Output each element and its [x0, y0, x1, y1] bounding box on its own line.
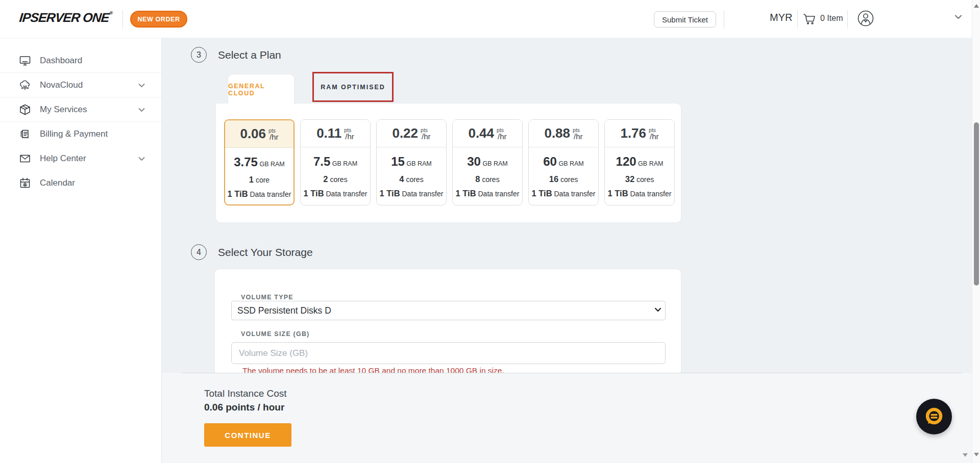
- invoice-icon: [19, 128, 31, 140]
- step-number-badge: 3: [191, 47, 207, 63]
- price-value: 0.06: [240, 126, 266, 142]
- plan-price: 1.76 pts/hr: [605, 120, 674, 147]
- price-unit: pts/hr: [268, 128, 279, 141]
- page: IPSERVER ONE® NEW ORDER Submit Ticket MY…: [0, 0, 980, 463]
- total-cost-value: 0.06 points / hour: [204, 402, 284, 413]
- scroll-up-arrow-icon[interactable]: [974, 4, 979, 8]
- scroll-down-arrow-icon[interactable]: [974, 453, 979, 456]
- plan-price: 0.44 pts/hr: [453, 120, 522, 147]
- step-4-heading: 4 Select Your Storage: [191, 244, 313, 260]
- live-chat-button[interactable]: [916, 399, 952, 434]
- scroll-down-arrow-icon[interactable]: [963, 453, 968, 457]
- price-unit: pts/hr: [649, 127, 659, 141]
- plan-specs: 15 GB RAM 4 cores 1 TiB Data transfer: [377, 147, 446, 201]
- vertical-scrollbar[interactable]: [972, 0, 980, 463]
- plan-specs: 30 GB RAM 8 cores 1 TiB Data transfer: [453, 147, 522, 201]
- chat-bubble-icon: [923, 405, 945, 428]
- price-value: 0.22: [392, 125, 418, 141]
- price-unit: pts/hr: [344, 127, 354, 141]
- currency-selector[interactable]: MYR: [770, 12, 792, 23]
- price-value: 1.76: [620, 125, 646, 141]
- volume-size-label: VOLUME SIZE (GB): [241, 330, 309, 338]
- volume-type-label: VOLUME TYPE: [241, 294, 293, 301]
- cost-footer: Total Instance Cost 0.06 points / hour C…: [162, 373, 980, 463]
- ipserverone-logo[interactable]: IPSERVER ONE®: [18, 10, 112, 25]
- sidebar-item-label: NovaCloud: [40, 80, 83, 90]
- plan-price: 0.88 pts/hr: [529, 120, 598, 147]
- mail-icon: [19, 152, 31, 165]
- plan-card-0.44[interactable]: 0.44 pts/hr 30 GB RAM 8 cores 1 TiB Data…: [452, 119, 523, 205]
- plan-specs: 60 GB RAM 16 cores 1 TiB Data transfer: [529, 147, 598, 201]
- logo-text: IPSERVER ONE: [19, 10, 110, 24]
- total-cost-label: Total Instance Cost: [204, 388, 287, 399]
- chevron-down-icon[interactable]: [954, 14, 962, 19]
- sidebar-item-label: Dashboard: [40, 56, 82, 66]
- page-title: Select a Plan: [218, 49, 281, 61]
- sidebar-item-label: Help Center: [40, 153, 86, 164]
- price-unit: pts/hr: [573, 127, 583, 141]
- scrollbar-thumb[interactable]: [974, 122, 979, 286]
- main-content: 3 Select a Plan GENERAL CLOUD RAM OPTIMI…: [162, 38, 972, 373]
- volume-size-input[interactable]: [231, 342, 666, 364]
- divider: [724, 10, 724, 29]
- sidebar-item-dashboard[interactable]: Dashboard: [0, 48, 161, 73]
- plan-specs: 120 GB RAM 32 cores 1 TiB Data transfer: [605, 147, 674, 201]
- cloud-icon: [19, 79, 31, 91]
- avatar-icon: [856, 9, 875, 28]
- sidebar-item-label: Billing & Payment: [40, 129, 108, 139]
- sidebar-nav: Dashboard NovaCloud My Services Bi: [0, 38, 162, 463]
- plan-price: 0.11 pts/hr: [301, 120, 370, 147]
- chevron-down-icon: [138, 108, 145, 112]
- divider: [122, 10, 123, 29]
- storage-card: VOLUME TYPE SSD Persistent Disks D VOLUM…: [214, 269, 681, 373]
- continue-button[interactable]: CONTINUE: [204, 423, 291, 447]
- sidebar-item-calendar[interactable]: Calendar: [0, 171, 161, 195]
- sidebar-item-label: My Services: [40, 105, 87, 115]
- chevron-down-icon: [138, 157, 145, 161]
- plan-card-0.11[interactable]: 0.11 pts/hr 7.5 GB RAM 2 cores 1 TiB Dat…: [300, 119, 371, 205]
- cart-icon: [802, 11, 817, 25]
- price-unit: pts/hr: [497, 127, 507, 141]
- plan-card-0.88[interactable]: 0.88 pts/hr 60 GB RAM 16 cores 1 TiB Dat…: [528, 119, 599, 205]
- plans-panel: 0.06 pts/hr 3.75 GB RAM 1 core 1 TiB Dat…: [215, 103, 681, 223]
- account-menu-button[interactable]: [856, 9, 875, 28]
- plan-price: 0.06 pts/hr: [225, 120, 293, 148]
- step-number-badge: 4: [191, 244, 207, 260]
- divider: [797, 10, 798, 29]
- plan-price: 0.22 pts/hr: [377, 120, 446, 147]
- price-value: 0.44: [468, 125, 494, 141]
- price-value: 0.11: [316, 125, 341, 141]
- sidebar-item-help-center[interactable]: Help Center: [0, 146, 161, 171]
- submit-ticket-button[interactable]: Submit Ticket: [654, 11, 716, 28]
- section-title: Select Your Storage: [218, 246, 313, 259]
- package-icon: [19, 104, 31, 116]
- plan-card-1.76[interactable]: 1.76 pts/hr 120 GB RAM 32 cores 1 TiB Da…: [604, 119, 675, 205]
- plan-card-0.06[interactable]: 0.06 pts/hr 3.75 GB RAM 1 core 1 TiB Dat…: [224, 119, 295, 205]
- tab-ram-optimised[interactable]: RAM OPTIMISED: [312, 72, 394, 102]
- volume-size-error: The volume needs to be at least 10 GB an…: [242, 366, 504, 373]
- volume-type-select[interactable]: SSD Persistent Disks D: [231, 301, 666, 320]
- divider: [181, 373, 963, 373]
- plan-specs: 7.5 GB RAM 2 cores 1 TiB Data transfer: [301, 147, 370, 201]
- price-value: 0.88: [544, 125, 570, 141]
- price-unit: pts/hr: [421, 127, 431, 141]
- plan-card-0.22[interactable]: 0.22 pts/hr 15 GB RAM 4 cores 1 TiB Data…: [376, 119, 447, 205]
- registered-mark: ®: [109, 10, 113, 15]
- top-navbar: IPSERVER ONE® NEW ORDER Submit Ticket MY…: [0, 0, 980, 38]
- cart-button[interactable]: 0 Item: [802, 11, 843, 25]
- sidebar-item-label: Calendar: [40, 178, 75, 188]
- step-3-heading: 3 Select a Plan: [191, 47, 281, 63]
- sidebar-item-novacloud[interactable]: NovaCloud: [0, 73, 161, 97]
- new-order-button[interactable]: NEW ORDER: [130, 11, 187, 28]
- divider: [847, 10, 848, 29]
- chevron-down-icon: [138, 83, 145, 88]
- calendar-icon: [19, 177, 31, 189]
- tab-general-cloud[interactable]: GENERAL CLOUD: [228, 74, 295, 105]
- plan-specs: 3.75 GB RAM 1 core 1 TiB Data transfer: [225, 148, 293, 201]
- sidebar-item-billing-payment[interactable]: Billing & Payment: [0, 122, 161, 146]
- monitor-icon: [19, 55, 31, 67]
- cart-count: 0 Item: [820, 14, 843, 23]
- sidebar-item-my-services[interactable]: My Services: [0, 97, 161, 122]
